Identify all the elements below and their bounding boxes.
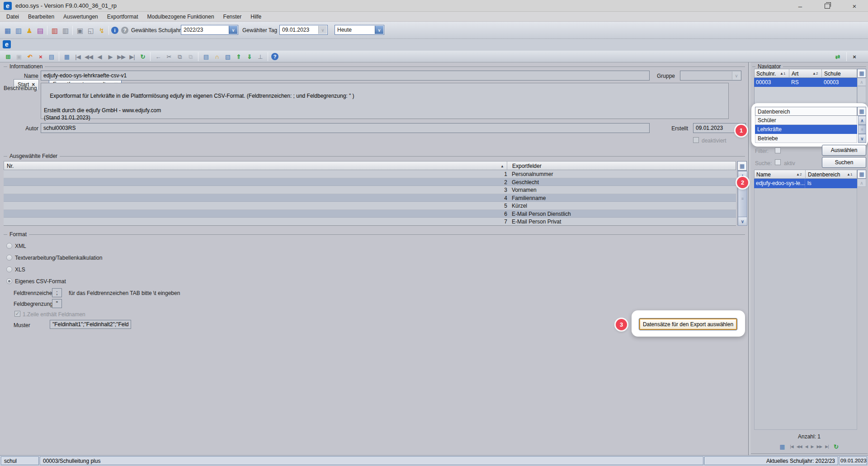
chevron-down-icon[interactable]: ∨ bbox=[229, 26, 237, 34]
scroll-up-button[interactable]: ∧ bbox=[857, 179, 866, 187]
table-row[interactable]: 6 E-Mail Person Dienstlich bbox=[4, 210, 736, 218]
school-row-selected[interactable]: 00003 RS 00003 bbox=[754, 78, 857, 87]
export-icon[interactable]: ⇑ bbox=[234, 52, 243, 61]
table-row[interactable]: 5 Kürzel bbox=[4, 202, 736, 210]
scroll-down-button[interactable]: ∨ bbox=[858, 134, 866, 143]
save-icon[interactable]: ▣ bbox=[14, 52, 24, 61]
address-book-icon[interactable]: ▥ bbox=[50, 25, 60, 35]
menu-fenster[interactable]: Fenster bbox=[219, 12, 246, 21]
paste-icon[interactable]: ⧉ bbox=[186, 52, 195, 61]
feldtrennzeichen-input[interactable]: ; bbox=[52, 288, 62, 297]
radio-xml[interactable] bbox=[6, 243, 12, 249]
persons-icon[interactable]: ♟ bbox=[24, 25, 34, 35]
refresh-icon[interactable]: ↻ bbox=[832, 442, 841, 451]
autor-input[interactable]: schul0003RS bbox=[41, 123, 650, 133]
scroll-up-button[interactable]: ∧ bbox=[858, 116, 866, 125]
previous-record-icon[interactable]: ◀ bbox=[95, 52, 104, 61]
felder-table-header[interactable]: Nr. ▲ Exportfelder bbox=[4, 161, 736, 170]
radio-textverarbeitung[interactable] bbox=[6, 255, 12, 261]
last-record-icon[interactable]: ▶| bbox=[825, 444, 828, 449]
muster-input[interactable]: "Feldinhalt1";"Feldinhalt2";"Feldinhalt bbox=[50, 320, 131, 329]
first-record-icon[interactable]: |◀ bbox=[790, 444, 793, 449]
datasheet-icon[interactable]: ▦ bbox=[778, 442, 787, 451]
new-record-icon[interactable]: ⊞ bbox=[4, 52, 13, 61]
menu-modulbezogene-funktionen[interactable]: Modulbezogene Funktionen bbox=[142, 12, 218, 21]
class-table-icon[interactable]: ▥ bbox=[14, 25, 24, 35]
table-row[interactable]: 1 Personalnummer bbox=[4, 170, 736, 178]
transfer-icon[interactable]: ⇄ bbox=[833, 52, 842, 61]
fast-previous-icon[interactable]: ◀◀ bbox=[84, 52, 93, 61]
list-item-lehrkraefte-selected[interactable]: Lehrkräfte bbox=[755, 125, 857, 134]
list-item-betriebe[interactable]: Betriebe bbox=[755, 134, 857, 143]
table-row[interactable]: 2 Geschlecht bbox=[4, 178, 736, 186]
column-config-button[interactable]: ▦ bbox=[857, 107, 866, 116]
form-list-icon[interactable]: ▤ bbox=[35, 25, 45, 35]
first-record-icon[interactable]: |◀ bbox=[73, 52, 82, 61]
previous-record-icon[interactable]: ◀ bbox=[805, 444, 808, 449]
import-icon[interactable]: ⇓ bbox=[245, 52, 254, 61]
jump-back-icon[interactable]: ← bbox=[154, 52, 163, 61]
list-item-schueler[interactable]: Schüler bbox=[755, 116, 857, 125]
name-input[interactable]: edjufy-edoo-sys-lehrkraefte-csv-v1 bbox=[41, 71, 650, 81]
close-button[interactable]: × bbox=[847, 0, 862, 12]
scroll-track[interactable] bbox=[857, 86, 866, 103]
erste-zeile-checkbox[interactable]: ✓ bbox=[14, 311, 20, 317]
scroll-up-button[interactable]: ∧ bbox=[857, 78, 866, 86]
print-icon[interactable]: ▤ bbox=[202, 52, 211, 61]
lightning-icon[interactable]: ↯ bbox=[97, 25, 107, 35]
column-config-button[interactable]: ▦ bbox=[857, 69, 866, 78]
datasheet-icon[interactable]: ▦ bbox=[62, 52, 71, 61]
close-panel-icon[interactable]: × bbox=[850, 52, 859, 61]
scroll-down-button[interactable]: ∨ bbox=[738, 217, 747, 226]
next-record-icon[interactable]: ▶ bbox=[106, 52, 115, 61]
select-records-icon[interactable]: ▧ bbox=[223, 52, 232, 61]
clipboard-icon[interactable]: ▣ bbox=[75, 25, 85, 35]
deaktiviert-checkbox[interactable] bbox=[693, 137, 699, 143]
auswaehlen-button[interactable]: Auswählen bbox=[822, 145, 866, 156]
chevron-down-icon[interactable]: ∨ bbox=[375, 26, 383, 34]
beschreibung-textarea[interactable]: Exportformat für Lehrkräfte in die Platt… bbox=[41, 83, 729, 119]
info-icon[interactable]: i bbox=[111, 27, 118, 34]
menu-datei[interactable]: Datei bbox=[2, 12, 24, 21]
refresh-icon[interactable]: ↻ bbox=[138, 52, 147, 61]
cut-icon[interactable]: ✂ bbox=[165, 52, 174, 61]
column-config-button[interactable]: ▦ bbox=[737, 161, 747, 171]
restore-button[interactable] bbox=[820, 0, 835, 12]
undo-icon[interactable]: ↶ bbox=[25, 52, 34, 61]
next-record-icon[interactable]: ▶ bbox=[811, 444, 814, 449]
col-datenbereich-label[interactable]: Datenbereich bbox=[808, 171, 840, 178]
col-exportfelder-label[interactable]: Exportfelder bbox=[512, 163, 542, 169]
fast-next-icon[interactable]: ▶▶ bbox=[117, 52, 126, 61]
col-schule-label[interactable]: Schule bbox=[824, 71, 841, 77]
bell-icon[interactable]: ∩ bbox=[212, 52, 222, 61]
radio-eigenes-csv[interactable] bbox=[6, 278, 12, 284]
datenbereich-header[interactable]: Datenbereich bbox=[755, 107, 857, 116]
edit-form-icon[interactable]: ▤ bbox=[47, 52, 56, 61]
last-record-icon[interactable]: ▶| bbox=[127, 52, 137, 61]
table-row[interactable]: 4 Familienname bbox=[4, 194, 736, 202]
schuljahr-select[interactable]: 2022/23 ∨ bbox=[181, 25, 238, 35]
suchen-button[interactable]: Suchen bbox=[822, 157, 866, 168]
schools-table-header[interactable]: Schulnr. ▲1 Art ▲2 Schule bbox=[754, 69, 857, 78]
help-round-icon[interactable]: ? bbox=[121, 27, 128, 34]
formats-table-header[interactable]: Name ▲2 Datenbereich ▲1 bbox=[754, 170, 857, 179]
filter-checkbox[interactable] bbox=[775, 147, 781, 153]
fast-next-icon[interactable]: ▶▶ bbox=[816, 444, 822, 449]
table-row[interactable]: 7 E-Mail Person Privat bbox=[4, 218, 736, 226]
help-icon[interactable]: ? bbox=[271, 53, 278, 60]
col-nr-label[interactable]: Nr. bbox=[7, 163, 14, 169]
gruppe-select[interactable]: ∨ bbox=[680, 71, 741, 81]
col-name-label[interactable]: Name bbox=[756, 171, 771, 178]
copy-icon[interactable]: ⧉ bbox=[175, 52, 184, 61]
tag-mode-select[interactable]: Heute ∨ bbox=[335, 25, 384, 35]
scroll-thumb[interactable]: ≡ bbox=[858, 125, 866, 134]
col-art-label[interactable]: Art bbox=[792, 71, 798, 77]
hierarchy-icon[interactable]: ⊥ bbox=[256, 52, 265, 61]
column-config-button[interactable]: ▦ bbox=[857, 170, 866, 179]
datensaetze-export-button[interactable]: Datensätze für den Export auswählen bbox=[639, 318, 737, 330]
menu-auswertungen[interactable]: Auswertungen bbox=[59, 12, 103, 21]
minimize-button[interactable]: – bbox=[793, 0, 808, 12]
col-schulnr-label[interactable]: Schulnr. bbox=[756, 71, 776, 77]
report-book-icon[interactable]: ▥ bbox=[61, 25, 71, 35]
suche-checkbox[interactable] bbox=[775, 159, 781, 165]
